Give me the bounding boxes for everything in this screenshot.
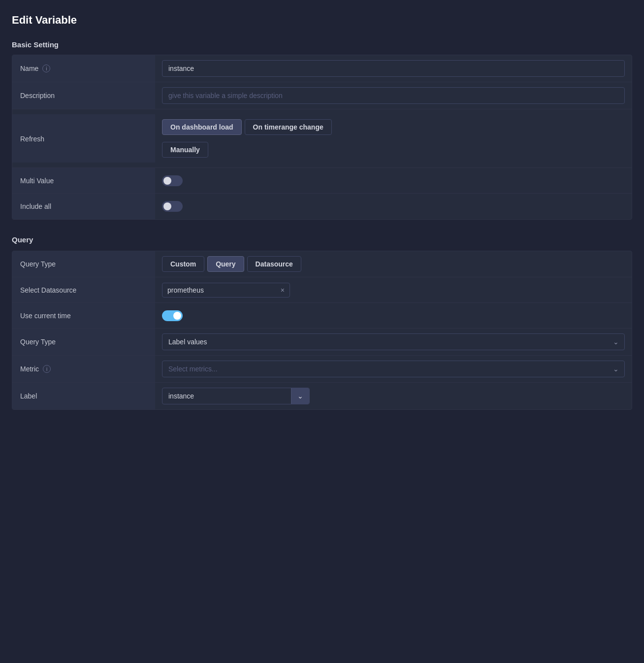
query-type-btn-group: Custom Query Datasource [162,256,301,272]
refresh-label: Refresh [12,114,155,163]
query-type2-label: Query Type [12,329,155,355]
metric-control: Select metrics... ⌄ [155,356,632,382]
metric-placeholder: Select metrics... [168,365,218,373]
metric-row: Metric i Select metrics... ⌄ [12,356,632,383]
label-label: Label [12,383,155,409]
metric-label: Metric i [12,356,155,382]
name-row: Name i [12,55,632,82]
use-current-time-toggle[interactable] [162,310,183,321]
description-control [155,82,632,109]
query-section-title: Query [12,235,632,244]
query-type-control: Custom Query Datasource [155,251,632,277]
multi-value-control [155,170,632,191]
select-datasource-row: Select Datasource prometheus × [12,277,632,303]
name-input[interactable] [162,60,625,77]
refresh-btn-group: On dashboard load On timerange change [162,119,332,135]
datasource-clear-button[interactable]: × [281,287,285,294]
description-input[interactable] [162,87,625,104]
query-type2-control: Label values ⌄ [155,329,632,355]
metric-display[interactable]: Select metrics... [162,361,625,377]
multi-value-toggle[interactable] [162,175,183,186]
description-label: Description [12,82,155,109]
include-all-row: Include all [12,194,632,219]
query-type2-row: Query Type Label values ⌄ [12,329,632,356]
label-control: instance ⌄ [155,383,632,409]
use-current-time-slider [162,310,183,321]
query-type-btn-datasource[interactable]: Datasource [247,256,301,272]
basic-setting-table: Name i Description Refresh On dashboa [12,55,632,220]
label-chevron-icon[interactable]: ⌄ [291,388,309,404]
datasource-value: prometheus [167,286,277,294]
refresh-btn-manually[interactable]: Manually [162,142,208,158]
name-label: Name i [12,55,155,82]
refresh-control: On dashboard load On timerange change Ma… [155,114,632,163]
select-datasource-label: Select Datasource [12,277,155,302]
description-row: Description [12,82,632,109]
query-type-btn-query[interactable]: Query [207,256,244,272]
query-type-row: Query Type Custom Query Datasource [12,251,632,277]
use-current-time-control [155,305,632,326]
use-current-time-label: Use current time [12,303,155,328]
basic-setting-section: Basic Setting Name i Description Refresh [12,40,632,220]
query-table: Query Type Custom Query Datasource Selec… [12,251,632,410]
refresh-btn-on-timerange-change[interactable]: On timerange change [245,119,332,135]
select-datasource-control: prometheus × [155,278,632,302]
query-type-btn-custom[interactable]: Custom [162,256,204,272]
refresh-row: Refresh On dashboard load On timerange c… [12,109,632,168]
multi-value-row: Multi Value [12,168,632,194]
refresh-btn-on-dashboard-load[interactable]: On dashboard load [162,119,242,135]
name-control [155,55,632,82]
query-section: Query Query Type Custom Query Datasource… [12,235,632,410]
metric-info-icon: i [43,365,51,373]
include-all-control [155,196,632,217]
query-type-label: Query Type [12,251,155,277]
include-all-label: Include all [12,194,155,219]
page-title: Edit Variable [12,14,632,27]
datasource-input-wrapper[interactable]: prometheus × [162,283,290,298]
multi-value-label: Multi Value [12,168,155,193]
include-all-slider [162,201,183,212]
query-type2-display[interactable]: Label values [162,333,625,350]
metric-select-wrapper: Select metrics... ⌄ [162,361,625,377]
label-row: Label instance ⌄ [12,383,632,409]
query-type2-select-wrapper: Label values ⌄ [162,333,625,350]
include-all-toggle[interactable] [162,201,183,212]
basic-setting-title: Basic Setting [12,40,632,49]
label-value: instance [162,388,291,404]
name-info-icon: i [42,65,50,72]
use-current-time-row: Use current time [12,303,632,329]
multi-value-slider [162,175,183,186]
label-select-group[interactable]: instance ⌄ [162,388,310,404]
